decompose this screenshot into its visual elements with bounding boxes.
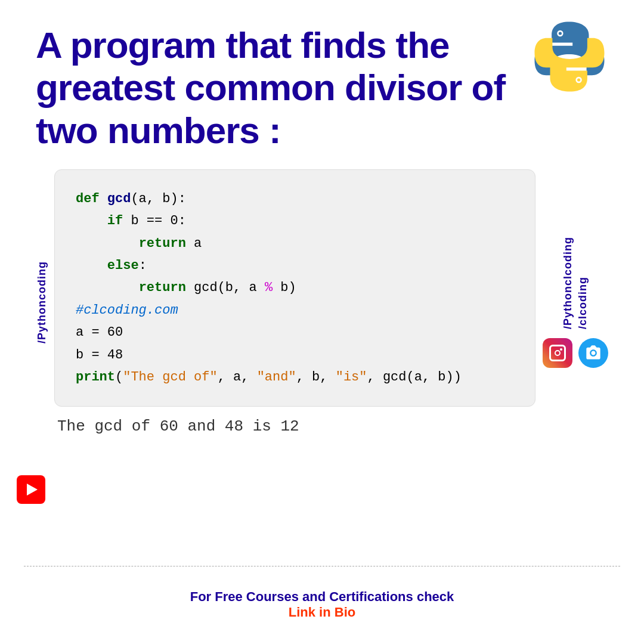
footer-line1: For Free Courses and Certifications chec…	[0, 589, 644, 605]
instagram-inner	[549, 345, 566, 361]
code-line-7: a = 60	[76, 321, 514, 343]
svg-point-1	[559, 32, 562, 35]
svg-point-3	[577, 78, 580, 81]
youtube-play-triangle	[27, 484, 38, 496]
content-area: /Pythoncoding def gcd(a, b): if b == 0: …	[36, 169, 608, 436]
youtube-icon[interactable]	[17, 475, 45, 504]
page-title: A program that finds the greatest common…	[36, 24, 525, 151]
output-text: The gcd of 60 and 48 is 12	[54, 417, 535, 435]
code-line-8: b = 48	[76, 344, 514, 366]
code-block-wrapper: def gcd(a, b): if b == 0: return a else:…	[54, 169, 535, 436]
code-line-2: if b == 0:	[76, 210, 514, 232]
code-line-6: #clcoding.com	[76, 299, 514, 321]
divider	[24, 566, 620, 566]
python-logo	[531, 18, 608, 95]
twitter-icon[interactable]	[578, 338, 608, 368]
code-line-4: else:	[76, 255, 514, 277]
code-line-1: def gcd(a, b):	[76, 188, 514, 210]
code-line-3: return a	[76, 233, 514, 255]
footer-line2: Link in Bio	[0, 605, 644, 620]
code-line-5: return gcd(b, a % b)	[76, 277, 514, 299]
right-column: /Pythonclcoding /clcoding	[543, 169, 608, 436]
footer: For Free Courses and Certifications chec…	[0, 589, 644, 620]
right-label-1: /Pythonclcoding	[562, 237, 574, 329]
instagram-corner	[560, 348, 562, 351]
instagram-dot	[555, 350, 561, 356]
code-block: def gcd(a, b): if b == 0: return a else:…	[54, 169, 535, 407]
right-labels-group: /Pythonclcoding /clcoding	[562, 237, 589, 329]
right-label-2: /clcoding	[577, 237, 589, 329]
page-container: A program that finds the greatest common…	[0, 0, 644, 644]
social-icons	[543, 338, 608, 368]
code-line-9: print("The gcd of", a, "and", b, "is", g…	[76, 366, 514, 388]
instagram-icon[interactable]	[543, 338, 572, 368]
left-label: /Pythoncoding	[36, 255, 48, 349]
